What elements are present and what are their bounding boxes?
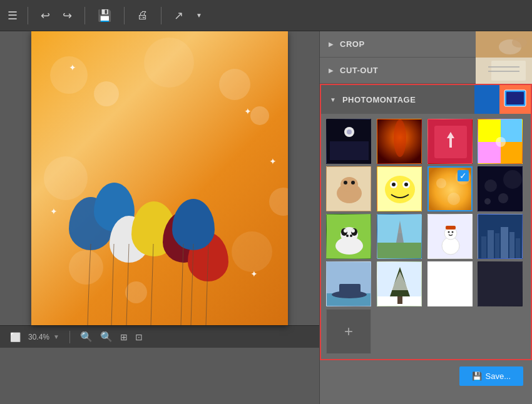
crop-section-header[interactable]: ▶ CROP xyxy=(320,31,532,58)
photomontage-preview-image xyxy=(474,85,531,114)
svg-rect-10 xyxy=(506,92,524,104)
thumb-preview-svg xyxy=(478,167,523,211)
photomontage-arrow-icon: ▼ xyxy=(330,96,336,103)
thumbnail-item-selected[interactable]: ✓ xyxy=(427,166,473,211)
svg-point-43 xyxy=(498,193,508,203)
svg-point-44 xyxy=(484,198,491,205)
thumbnail-item[interactable] xyxy=(478,119,523,164)
thumbnail-item[interactable] xyxy=(326,261,371,306)
toolbar-divider-3 xyxy=(124,7,125,24)
thumbnail-item[interactable] xyxy=(427,119,473,164)
save-icon: 💾 xyxy=(472,371,482,381)
thumbnail-item[interactable] xyxy=(377,166,422,211)
cutout-preview-svg xyxy=(476,58,532,84)
svg-rect-79 xyxy=(397,296,402,304)
selected-checkmark: ✓ xyxy=(458,170,469,181)
thumb-preview-svg xyxy=(478,119,523,164)
zoom-controls: 30.4% ▼ xyxy=(28,333,59,341)
svg-point-41 xyxy=(484,179,497,192)
svg-rect-81 xyxy=(478,262,523,306)
main-content: ✦ ✦ ✦ ✦ ✦ xyxy=(0,31,532,404)
canvas-wrapper[interactable]: ✦ ✦ ✦ ✦ ✦ xyxy=(31,31,288,325)
toolbar: ☰ ↩ ↪ 💾 🖨 ↗ ▼ xyxy=(0,0,532,31)
export-dropdown-button[interactable]: ▼ xyxy=(193,9,205,21)
svg-rect-13 xyxy=(330,141,369,160)
thumb-preview-svg xyxy=(428,119,473,164)
crop-preview-image xyxy=(476,31,532,58)
thumbnail-item[interactable] xyxy=(478,214,523,259)
svg-point-31 xyxy=(385,176,415,203)
zoom-out-button[interactable]: 🔍 xyxy=(80,331,93,343)
svg-rect-65 xyxy=(481,236,486,259)
sparkle-effect: ✦ xyxy=(269,156,277,166)
thumb-preview-svg xyxy=(327,262,371,306)
canvas-image: ✦ ✦ ✦ ✦ ✦ xyxy=(31,31,288,325)
print-button[interactable]: 🖨 xyxy=(135,6,151,24)
cutout-preview-image xyxy=(476,58,532,84)
thumbnail-item[interactable] xyxy=(478,166,523,211)
svg-point-62 xyxy=(451,231,453,233)
thumbnail-item[interactable] xyxy=(326,166,371,211)
svg-point-2 xyxy=(512,38,527,48)
canvas-size-icon: ⬜ xyxy=(10,332,21,342)
toolbar-divider-2 xyxy=(84,7,85,24)
thumb-preview-svg xyxy=(377,167,422,211)
svg-point-49 xyxy=(344,229,347,233)
save-button[interactable]: 💾 Save... xyxy=(459,366,523,386)
photomontage-section-header[interactable]: ▼ PHOTOMONTAGE ↺ xyxy=(321,85,531,114)
svg-rect-80 xyxy=(428,262,473,306)
thumbnail-item[interactable] xyxy=(478,261,523,306)
save-area: 💾 Save... xyxy=(320,360,532,392)
cutout-section-header[interactable]: ▶ CUT-OUT xyxy=(320,58,532,84)
bokeh-effect xyxy=(250,106,269,125)
right-panel: ▶ CROP ▶ CUT-OUT xyxy=(319,31,532,404)
svg-rect-66 xyxy=(488,230,494,259)
thumb-preview-svg xyxy=(327,215,371,259)
thumbnail-item[interactable] xyxy=(377,214,422,259)
photomontage-preview-svg xyxy=(474,85,531,114)
fit-screen-button[interactable]: ⊞ xyxy=(120,332,128,342)
status-divider xyxy=(69,331,70,343)
save-toolbar-button[interactable]: 💾 xyxy=(95,6,114,25)
balloon-blue-3 xyxy=(172,199,215,250)
svg-point-29 xyxy=(351,181,355,184)
crop-preview-svg xyxy=(476,31,532,58)
sparkle-effect: ✦ xyxy=(244,106,252,116)
menu-icon[interactable]: ☰ xyxy=(8,9,18,23)
thumb-preview-svg xyxy=(428,262,473,306)
plus-icon: + xyxy=(344,323,353,340)
thumb-preview-svg xyxy=(377,119,422,164)
svg-point-28 xyxy=(344,181,347,184)
svg-point-61 xyxy=(448,231,449,233)
photomontage-section: ▼ PHOTOMONTAGE ↺ xyxy=(320,84,532,360)
sparkle-effect: ✦ xyxy=(250,269,258,279)
thumbnail-item[interactable] xyxy=(326,119,371,164)
thumbnail-item[interactable] xyxy=(377,119,422,164)
svg-point-37 xyxy=(436,178,446,188)
svg-point-24 xyxy=(496,137,506,147)
bokeh-effect xyxy=(144,38,194,88)
thumbnail-item[interactable] xyxy=(326,214,371,259)
svg-rect-67 xyxy=(495,233,499,259)
actual-size-button[interactable]: ⊡ xyxy=(135,332,143,342)
sparkle-effect: ✦ xyxy=(69,63,76,73)
svg-rect-68 xyxy=(501,227,508,259)
save-button-label: Save... xyxy=(486,371,511,381)
undo-button[interactable]: ↩ xyxy=(38,6,53,25)
thumbnail-item[interactable] xyxy=(427,214,473,259)
redo-button[interactable]: ↪ xyxy=(60,6,74,25)
export-button[interactable]: ↗ xyxy=(171,6,186,25)
zoom-in-button[interactable]: 🔍 xyxy=(100,331,113,343)
balloon-strings xyxy=(63,244,238,325)
thumbnail-grid: ✓ xyxy=(321,114,531,359)
svg-point-39 xyxy=(448,193,460,205)
svg-rect-74 xyxy=(339,284,361,295)
thumbnail-item[interactable] xyxy=(427,261,473,306)
add-thumbnail-button[interactable]: + xyxy=(326,309,371,354)
canvas-size-indicator: ⬜ xyxy=(10,332,21,342)
thumbnail-item[interactable] xyxy=(377,261,422,306)
zoom-value: 30.4% xyxy=(28,333,49,341)
thumb-preview-svg xyxy=(428,215,473,259)
svg-point-52 xyxy=(346,235,349,237)
svg-rect-4 xyxy=(491,61,526,81)
